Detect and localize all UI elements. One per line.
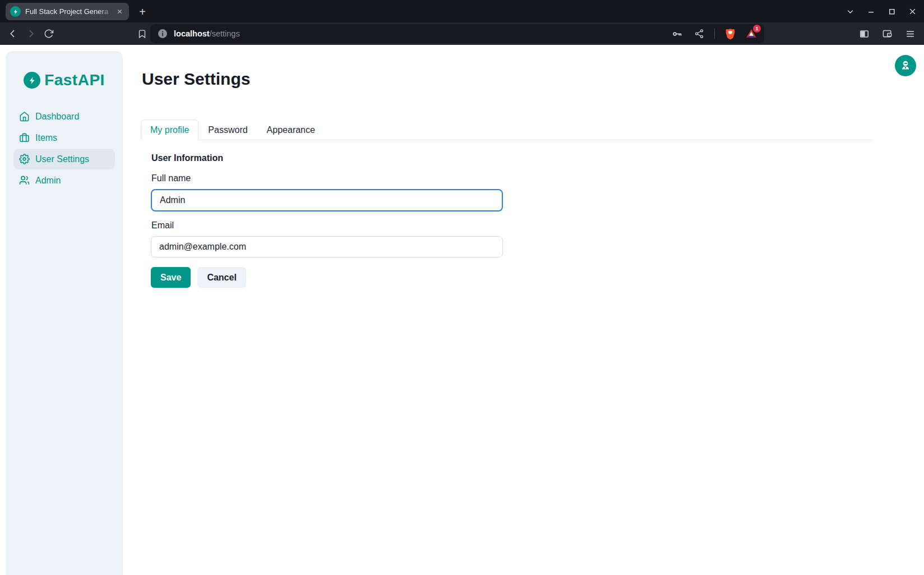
browser-tab[interactable]: Full Stack Project Genera bbox=[6, 3, 129, 20]
password-key-icon[interactable] bbox=[669, 26, 684, 41]
email-label: Email bbox=[151, 220, 174, 231]
new-tab-button[interactable]: + bbox=[136, 6, 149, 18]
sidebar-item-admin[interactable]: Admin bbox=[13, 170, 115, 191]
sidebar-item-user-settings[interactable]: User Settings bbox=[13, 149, 115, 169]
cancel-button[interactable]: Cancel bbox=[197, 267, 246, 288]
share-icon[interactable] bbox=[692, 26, 706, 41]
window-minimize-button[interactable] bbox=[865, 5, 877, 17]
sidebar-toggle-icon[interactable] bbox=[857, 26, 871, 41]
browser-tab-strip: Full Stack Project Genera + bbox=[0, 0, 924, 22]
menu-hamburger-icon[interactable] bbox=[903, 26, 917, 41]
tab-search-chevron-icon[interactable] bbox=[844, 5, 856, 17]
wallet-icon[interactable] bbox=[880, 26, 894, 41]
brave-shield-icon[interactable] bbox=[723, 26, 737, 41]
url-path: /settings bbox=[210, 29, 240, 38]
user-astronaut-icon bbox=[900, 59, 911, 72]
sidebar-item-label: User Settings bbox=[35, 154, 89, 164]
tab-close-icon[interactable] bbox=[114, 7, 124, 17]
email-input[interactable] bbox=[151, 236, 503, 257]
window-maximize-button[interactable] bbox=[885, 5, 898, 17]
sidebar-nav: Dashboard Items User Settings bbox=[6, 106, 123, 191]
fastapi-logo: FastAPI bbox=[6, 71, 123, 89]
rewards-notification-badge: 1 bbox=[753, 25, 761, 33]
save-button[interactable]: Save bbox=[151, 267, 191, 288]
home-icon bbox=[19, 111, 30, 122]
site-info-icon[interactable] bbox=[157, 28, 168, 39]
full-name-label: Full name bbox=[151, 173, 191, 183]
sidebar-item-label: Admin bbox=[35, 176, 61, 186]
sidebar-item-dashboard[interactable]: Dashboard bbox=[13, 106, 115, 127]
browser-window: Full Stack Project Genera + bbox=[0, 0, 924, 575]
gear-icon bbox=[19, 154, 30, 164]
user-menu-button[interactable] bbox=[895, 55, 916, 76]
reload-button[interactable] bbox=[41, 26, 56, 41]
sidebar-item-label: Items bbox=[35, 133, 57, 143]
sidebar-item-items[interactable]: Items bbox=[13, 127, 115, 148]
fastapi-logo-icon bbox=[24, 72, 40, 89]
users-icon bbox=[19, 175, 30, 186]
settings-tabs: My profile Password Appearance bbox=[141, 119, 872, 140]
fastapi-favicon-icon bbox=[10, 6, 21, 17]
back-button[interactable] bbox=[6, 26, 20, 41]
fastapi-logo-text: FastAPI bbox=[44, 71, 105, 89]
divider bbox=[714, 29, 715, 39]
section-title: User Information bbox=[151, 153, 223, 163]
brave-rewards-icon[interactable]: 1 bbox=[745, 27, 757, 40]
tab-my-profile[interactable]: My profile bbox=[141, 119, 198, 140]
form-actions: Save Cancel bbox=[151, 267, 246, 288]
tab-appearance[interactable]: Appearance bbox=[257, 119, 325, 140]
browser-navbar: localhost/settings 1 bbox=[0, 22, 924, 45]
url-text: localhost/settings bbox=[174, 29, 669, 38]
tab-title: Full Stack Project Genera bbox=[25, 7, 114, 16]
app-sidebar: FastAPI Dashboard Items bbox=[6, 51, 123, 575]
sidebar-item-label: Dashboard bbox=[35, 112, 79, 122]
forward-button[interactable] bbox=[24, 26, 38, 41]
bookmark-icon[interactable] bbox=[135, 26, 149, 41]
app-page: FastAPI Dashboard Items bbox=[0, 45, 924, 575]
briefcase-icon bbox=[19, 132, 30, 143]
tab-password[interactable]: Password bbox=[198, 119, 257, 140]
full-name-input[interactable] bbox=[151, 189, 503, 211]
url-host: localhost bbox=[174, 29, 210, 38]
window-close-button[interactable] bbox=[906, 5, 918, 17]
url-bar[interactable]: localhost/settings 1 bbox=[150, 24, 764, 43]
page-title: User Settings bbox=[142, 70, 250, 89]
